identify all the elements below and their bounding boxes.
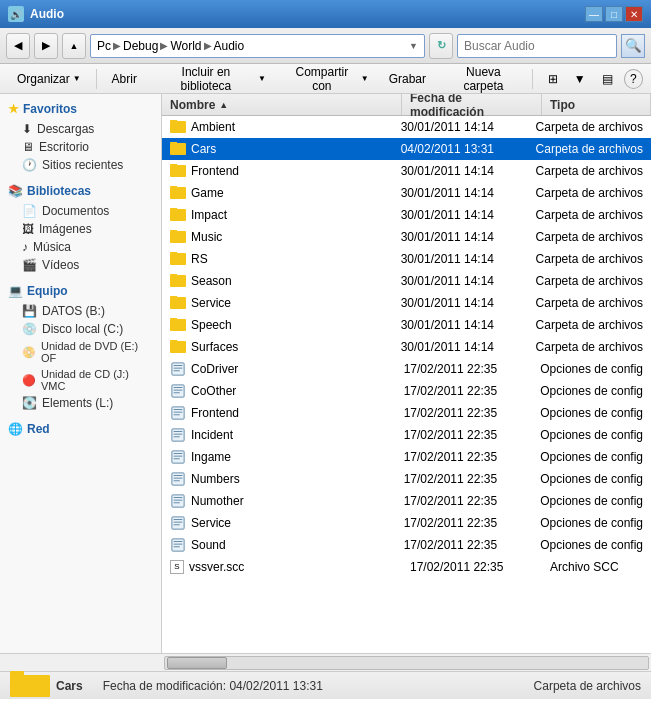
sidebar-item-elements-l[interactable]: 💽 Elements (L:) bbox=[0, 394, 161, 412]
col-type-label: Tipo bbox=[550, 98, 575, 112]
sidebar-item-sitios-recientes[interactable]: 🕐 Sitios recientes bbox=[0, 156, 161, 174]
status-date-info: Fecha de modificación: 04/02/2011 13:31 bbox=[103, 679, 323, 693]
col-type-header[interactable]: Tipo bbox=[542, 94, 651, 115]
table-row[interactable]: Service 17/02/2011 22:35 Opciones de con… bbox=[162, 512, 651, 534]
breadcrumb-debug[interactable]: Debug bbox=[123, 39, 158, 53]
search-button[interactable]: 🔍 bbox=[621, 34, 645, 58]
file-area: Nombre ▲ Fecha de modificación Tipo Ambi… bbox=[162, 94, 651, 653]
file-name-label: Speech bbox=[191, 318, 232, 332]
table-row[interactable]: Cars 04/02/2011 13:31 Carpeta de archivo… bbox=[162, 138, 651, 160]
help-button[interactable]: ? bbox=[624, 69, 643, 89]
breadcrumb-pc[interactable]: Pc bbox=[97, 39, 111, 53]
organize-dropdown-icon: ▼ bbox=[73, 74, 81, 83]
file-type-cell: Carpeta de archivos bbox=[528, 252, 651, 266]
table-row[interactable]: CoOther 17/02/2011 22:35 Opciones de con… bbox=[162, 380, 651, 402]
preview-button[interactable]: ▤ bbox=[593, 67, 622, 91]
up-button[interactable]: ▲ bbox=[62, 33, 86, 59]
sidebar-section-favorites[interactable]: ★ Favoritos bbox=[0, 98, 161, 120]
file-type-cell: Carpeta de archivos bbox=[528, 208, 651, 222]
views-dropdown-button[interactable]: ▼ bbox=[569, 67, 591, 91]
include-button[interactable]: Incluir en biblioteca ▼ bbox=[148, 67, 275, 91]
file-name-cell: Service bbox=[162, 515, 396, 531]
svg-rect-8 bbox=[172, 406, 184, 418]
config-icon bbox=[170, 361, 186, 377]
file-date-cell: 17/02/2011 22:35 bbox=[402, 560, 542, 574]
table-row[interactable]: Sound 17/02/2011 22:35 Opciones de confi… bbox=[162, 534, 651, 556]
col-date-header[interactable]: Fecha de modificación bbox=[402, 94, 542, 115]
datos-b-icon: 💾 bbox=[22, 304, 37, 318]
sidebar-item-escritorio[interactable]: 🖥 Escritorio bbox=[0, 138, 161, 156]
h-scroll-thumb[interactable] bbox=[167, 657, 227, 669]
table-row[interactable]: Speech 30/01/2011 14:14 Carpeta de archi… bbox=[162, 314, 651, 336]
share-dropdown-icon: ▼ bbox=[361, 74, 369, 83]
close-button[interactable]: ✕ bbox=[625, 6, 643, 22]
folder-icon bbox=[170, 187, 186, 199]
table-row[interactable]: S vssver.scc 17/02/2011 22:35 Archivo SC… bbox=[162, 556, 651, 578]
sidebar-item-documentos[interactable]: 📄 Documentos bbox=[0, 202, 161, 220]
file-type-cell: Carpeta de archivos bbox=[528, 186, 651, 200]
sidebar-item-disco-c[interactable]: 💿 Disco local (C:) bbox=[0, 320, 161, 338]
sidebar-item-cd-j[interactable]: 🔴 Unidad de CD (J:) VMC bbox=[0, 366, 161, 394]
forward-button[interactable]: ▶ bbox=[34, 33, 58, 59]
record-button[interactable]: Grabar bbox=[380, 67, 435, 91]
new-folder-button[interactable]: Nueva carpeta bbox=[437, 67, 530, 91]
sidebar-section-libraries[interactable]: 📚 Bibliotecas bbox=[0, 180, 161, 202]
file-date-cell: 17/02/2011 22:35 bbox=[396, 494, 533, 508]
sidebar-item-descargas[interactable]: ⬇ Descargas bbox=[0, 120, 161, 138]
status-modified-label: Fecha de modificación: bbox=[103, 679, 226, 693]
table-row[interactable]: Numother 17/02/2011 22:35 Opciones de co… bbox=[162, 490, 651, 512]
share-button[interactable]: Compartir con ▼ bbox=[277, 67, 378, 91]
table-row[interactable]: RS 30/01/2011 14:14 Carpeta de archivos bbox=[162, 248, 651, 270]
table-row[interactable]: Ingame 17/02/2011 22:35 Opciones de conf… bbox=[162, 446, 651, 468]
scc-file-icon: S bbox=[170, 560, 184, 574]
file-name-label: Incident bbox=[191, 428, 233, 442]
breadcrumb[interactable]: Pc ▶ Debug ▶ World ▶ Audio ▼ bbox=[90, 34, 425, 58]
minimize-button[interactable]: — bbox=[585, 6, 603, 22]
table-row[interactable]: Frontend 17/02/2011 22:35 Opciones de co… bbox=[162, 402, 651, 424]
breadcrumb-world[interactable]: World bbox=[170, 39, 201, 53]
table-row[interactable]: Numbers 17/02/2011 22:35 Opciones de con… bbox=[162, 468, 651, 490]
file-date-cell: 17/02/2011 22:35 bbox=[396, 472, 533, 486]
search-input[interactable] bbox=[457, 34, 617, 58]
svg-rect-0 bbox=[172, 362, 184, 374]
file-name-cell: Season bbox=[162, 274, 393, 288]
svg-rect-28 bbox=[172, 516, 184, 528]
maximize-button[interactable]: □ bbox=[605, 6, 623, 22]
file-name-label: CoOther bbox=[191, 384, 236, 398]
back-button[interactable]: ◀ bbox=[6, 33, 30, 59]
sidebar-section-equipo[interactable]: 💻 Equipo bbox=[0, 280, 161, 302]
config-icon bbox=[170, 493, 186, 509]
file-name-cell: Music bbox=[162, 230, 393, 244]
sidebar-item-dvd-e[interactable]: 📀 Unidad de DVD (E:) OF bbox=[0, 338, 161, 366]
file-date-cell: 17/02/2011 22:35 bbox=[396, 362, 533, 376]
table-row[interactable]: Season 30/01/2011 14:14 Carpeta de archi… bbox=[162, 270, 651, 292]
table-row[interactable]: Frontend 30/01/2011 14:14 Carpeta de arc… bbox=[162, 160, 651, 182]
views-button[interactable]: ⊞ bbox=[539, 67, 567, 91]
file-name-label: Frontend bbox=[191, 164, 239, 178]
table-row[interactable]: Ambient 30/01/2011 14:14 Carpeta de arch… bbox=[162, 116, 651, 138]
open-button[interactable]: Abrir bbox=[103, 67, 146, 91]
sidebar-item-datos-b[interactable]: 💾 DATOS (B:) bbox=[0, 302, 161, 320]
table-row[interactable]: CoDriver 17/02/2011 22:35 Opciones de co… bbox=[162, 358, 651, 380]
table-row[interactable]: Service 30/01/2011 14:14 Carpeta de arch… bbox=[162, 292, 651, 314]
sidebar-section-red[interactable]: 🌐 Red bbox=[0, 418, 161, 440]
table-row[interactable]: Incident 17/02/2011 22:35 Opciones de co… bbox=[162, 424, 651, 446]
sidebar-item-musica[interactable]: ♪ Música bbox=[0, 238, 161, 256]
organize-button[interactable]: Organizar ▼ bbox=[8, 67, 90, 91]
sidebar-item-imagenes[interactable]: 🖼 Imágenes bbox=[0, 220, 161, 238]
breadcrumb-audio[interactable]: Audio bbox=[214, 39, 245, 53]
table-row[interactable]: Game 30/01/2011 14:14 Carpeta de archivo… bbox=[162, 182, 651, 204]
sidebar-item-videos[interactable]: 🎬 Vídeos bbox=[0, 256, 161, 274]
h-scrollbar[interactable] bbox=[164, 656, 649, 670]
table-row[interactable]: Surfaces 30/01/2011 14:14 Carpeta de arc… bbox=[162, 336, 651, 358]
file-name-cell: Game bbox=[162, 186, 393, 200]
favorites-star-icon: ★ bbox=[8, 102, 19, 116]
table-row[interactable]: Music 30/01/2011 14:14 Carpeta de archiv… bbox=[162, 226, 651, 248]
breadcrumb-dropdown[interactable]: ▼ bbox=[409, 41, 418, 51]
file-name-label: Music bbox=[191, 230, 222, 244]
dvd-e-icon: 📀 bbox=[22, 346, 36, 359]
table-row[interactable]: Impact 30/01/2011 14:14 Carpeta de archi… bbox=[162, 204, 651, 226]
col-name-header[interactable]: Nombre ▲ bbox=[162, 94, 402, 115]
refresh-button[interactable]: ↻ bbox=[429, 33, 453, 59]
libraries-icon: 📚 bbox=[8, 184, 23, 198]
